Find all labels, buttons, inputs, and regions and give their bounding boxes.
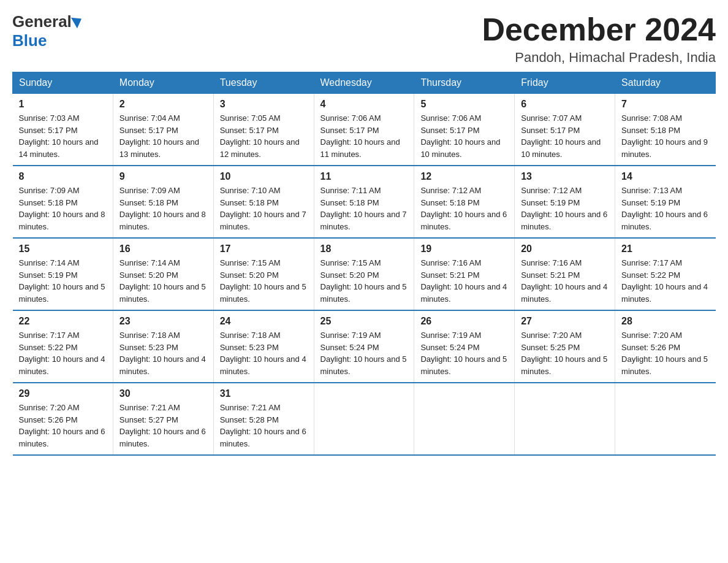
day-number: 22 [19, 316, 107, 327]
day-cell-1: 1Sunrise: 7:03 AMSunset: 5:17 PMDaylight… [13, 94, 113, 166]
day-number: 2 [119, 99, 207, 110]
day-number: 19 [420, 243, 508, 255]
header-row: SundayMondayTuesdayWednesdayThursdayFrid… [13, 72, 716, 94]
day-number: 16 [119, 243, 207, 255]
day-cell-27: 27Sunrise: 7:20 AMSunset: 5:25 PMDayligh… [515, 310, 615, 383]
day-info: Sunrise: 7:09 AMSunset: 5:18 PMDaylight:… [19, 185, 107, 232]
day-number: 4 [320, 99, 408, 110]
day-info: Sunrise: 7:11 AMSunset: 5:18 PMDaylight:… [320, 185, 408, 232]
day-info: Sunrise: 7:16 AMSunset: 5:21 PMDaylight:… [420, 257, 508, 305]
day-info: Sunrise: 7:03 AMSunset: 5:17 PMDaylight:… [19, 112, 107, 160]
day-cell-31: 31Sunrise: 7:21 AMSunset: 5:28 PMDayligh… [213, 383, 314, 455]
day-cell-13: 13Sunrise: 7:12 AMSunset: 5:19 PMDayligh… [515, 166, 615, 238]
day-info: Sunrise: 7:19 AMSunset: 5:24 PMDaylight:… [420, 329, 508, 377]
week-row-4: 22Sunrise: 7:17 AMSunset: 5:22 PMDayligh… [13, 310, 716, 383]
day-info: Sunrise: 7:17 AMSunset: 5:22 PMDaylight:… [621, 257, 709, 305]
day-number: 30 [119, 388, 207, 399]
day-number: 8 [19, 171, 107, 182]
calendar-title: December 2024 [482, 12, 716, 47]
day-cell-empty-4 [414, 383, 515, 455]
logo-general-text: General [12, 12, 72, 31]
day-info: Sunrise: 7:09 AMSunset: 5:18 PMDaylight:… [119, 185, 207, 232]
day-number: 1 [19, 99, 107, 110]
day-info: Sunrise: 7:15 AMSunset: 5:20 PMDaylight:… [320, 257, 408, 305]
day-cell-24: 24Sunrise: 7:18 AMSunset: 5:23 PMDayligh… [213, 310, 314, 383]
day-cell-30: 30Sunrise: 7:21 AMSunset: 5:27 PMDayligh… [113, 383, 213, 455]
day-cell-8: 8Sunrise: 7:09 AMSunset: 5:18 PMDaylight… [13, 166, 113, 238]
day-number: 26 [420, 316, 508, 327]
logo-blue-text: Blue [12, 31, 47, 50]
day-cell-19: 19Sunrise: 7:16 AMSunset: 5:21 PMDayligh… [414, 238, 515, 310]
header-day-thursday: Thursday [414, 72, 515, 94]
day-cell-3: 3Sunrise: 7:05 AMSunset: 5:17 PMDaylight… [213, 94, 314, 166]
day-info: Sunrise: 7:14 AMSunset: 5:20 PMDaylight:… [119, 257, 207, 305]
day-info: Sunrise: 7:20 AMSunset: 5:26 PMDaylight:… [19, 402, 107, 450]
day-number: 11 [320, 171, 408, 182]
day-cell-10: 10Sunrise: 7:10 AMSunset: 5:18 PMDayligh… [213, 166, 314, 238]
calendar-table: SundayMondayTuesdayWednesdayThursdayFrid… [12, 72, 716, 456]
day-cell-17: 17Sunrise: 7:15 AMSunset: 5:20 PMDayligh… [213, 238, 314, 310]
day-cell-25: 25Sunrise: 7:19 AMSunset: 5:24 PMDayligh… [314, 310, 414, 383]
day-number: 15 [19, 243, 107, 255]
day-number: 20 [521, 243, 609, 255]
day-cell-26: 26Sunrise: 7:19 AMSunset: 5:24 PMDayligh… [414, 310, 515, 383]
day-cell-11: 11Sunrise: 7:11 AMSunset: 5:18 PMDayligh… [314, 166, 414, 238]
day-number: 14 [621, 171, 709, 182]
logo-arrow-icon [71, 13, 85, 28]
day-info: Sunrise: 7:17 AMSunset: 5:22 PMDaylight:… [19, 329, 107, 377]
day-cell-21: 21Sunrise: 7:17 AMSunset: 5:22 PMDayligh… [615, 238, 716, 310]
day-info: Sunrise: 7:06 AMSunset: 5:17 PMDaylight:… [320, 112, 408, 160]
day-number: 6 [521, 99, 609, 110]
day-info: Sunrise: 7:15 AMSunset: 5:20 PMDaylight:… [220, 257, 308, 305]
day-number: 13 [521, 171, 609, 182]
day-number: 12 [420, 171, 508, 182]
day-info: Sunrise: 7:06 AMSunset: 5:17 PMDaylight:… [420, 112, 508, 160]
day-cell-23: 23Sunrise: 7:18 AMSunset: 5:23 PMDayligh… [113, 310, 213, 383]
day-cell-14: 14Sunrise: 7:13 AMSunset: 5:19 PMDayligh… [615, 166, 716, 238]
day-number: 28 [621, 316, 709, 327]
week-row-3: 15Sunrise: 7:14 AMSunset: 5:19 PMDayligh… [13, 238, 716, 310]
day-number: 7 [621, 99, 709, 110]
title-block: December 2024 Pandoh, Himachal Pradesh, … [482, 12, 716, 66]
day-number: 31 [220, 388, 308, 399]
day-info: Sunrise: 7:12 AMSunset: 5:19 PMDaylight:… [521, 185, 609, 232]
day-number: 18 [320, 243, 408, 255]
day-info: Sunrise: 7:14 AMSunset: 5:19 PMDaylight:… [19, 257, 107, 305]
header-day-wednesday: Wednesday [314, 72, 414, 94]
day-cell-9: 9Sunrise: 7:09 AMSunset: 5:18 PMDaylight… [113, 166, 213, 238]
day-cell-29: 29Sunrise: 7:20 AMSunset: 5:26 PMDayligh… [13, 383, 113, 455]
day-cell-20: 20Sunrise: 7:16 AMSunset: 5:21 PMDayligh… [515, 238, 615, 310]
day-info: Sunrise: 7:08 AMSunset: 5:18 PMDaylight:… [621, 112, 709, 160]
day-cell-12: 12Sunrise: 7:12 AMSunset: 5:18 PMDayligh… [414, 166, 515, 238]
day-number: 3 [220, 99, 308, 110]
day-cell-empty-3 [314, 383, 414, 455]
header-day-sunday: Sunday [13, 72, 113, 94]
day-info: Sunrise: 7:16 AMSunset: 5:21 PMDaylight:… [521, 257, 609, 305]
week-row-1: 1Sunrise: 7:03 AMSunset: 5:17 PMDaylight… [13, 94, 716, 166]
logo: General Blue [12, 12, 82, 50]
day-info: Sunrise: 7:19 AMSunset: 5:24 PMDaylight:… [320, 329, 408, 377]
day-number: 25 [320, 316, 408, 327]
day-cell-22: 22Sunrise: 7:17 AMSunset: 5:22 PMDayligh… [13, 310, 113, 383]
day-info: Sunrise: 7:18 AMSunset: 5:23 PMDaylight:… [220, 329, 308, 377]
week-row-2: 8Sunrise: 7:09 AMSunset: 5:18 PMDaylight… [13, 166, 716, 238]
day-info: Sunrise: 7:18 AMSunset: 5:23 PMDaylight:… [119, 329, 207, 377]
day-cell-empty-6 [615, 383, 716, 455]
day-cell-2: 2Sunrise: 7:04 AMSunset: 5:17 PMDaylight… [113, 94, 213, 166]
day-number: 21 [621, 243, 709, 255]
day-cell-16: 16Sunrise: 7:14 AMSunset: 5:20 PMDayligh… [113, 238, 213, 310]
day-cell-6: 6Sunrise: 7:07 AMSunset: 5:17 PMDaylight… [515, 94, 615, 166]
header-day-monday: Monday [113, 72, 213, 94]
day-cell-4: 4Sunrise: 7:06 AMSunset: 5:17 PMDaylight… [314, 94, 414, 166]
day-cell-5: 5Sunrise: 7:06 AMSunset: 5:17 PMDaylight… [414, 94, 515, 166]
day-info: Sunrise: 7:21 AMSunset: 5:27 PMDaylight:… [119, 402, 207, 450]
page-header: General Blue December 2024 Pandoh, Himac… [12, 12, 716, 66]
day-cell-15: 15Sunrise: 7:14 AMSunset: 5:19 PMDayligh… [13, 238, 113, 310]
day-number: 27 [521, 316, 609, 327]
day-cell-18: 18Sunrise: 7:15 AMSunset: 5:20 PMDayligh… [314, 238, 414, 310]
day-info: Sunrise: 7:20 AMSunset: 5:25 PMDaylight:… [521, 329, 609, 377]
day-number: 10 [220, 171, 308, 182]
day-number: 23 [119, 316, 207, 327]
calendar-subtitle: Pandoh, Himachal Pradesh, India [482, 50, 716, 66]
header-day-saturday: Saturday [615, 72, 716, 94]
